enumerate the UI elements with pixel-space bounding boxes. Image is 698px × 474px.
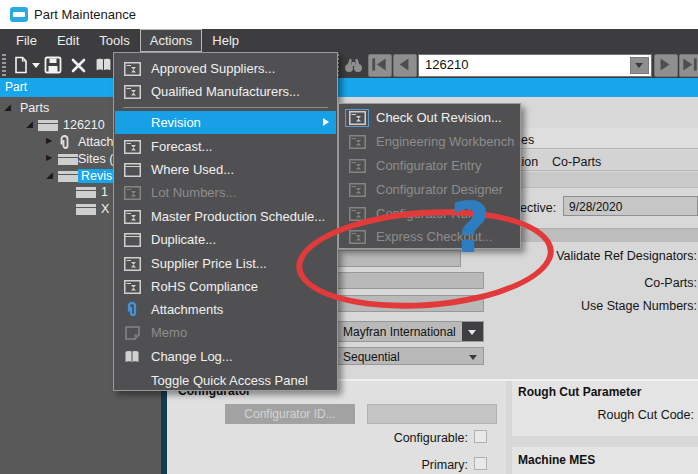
first-record-button[interactable] <box>368 54 392 77</box>
configurator-id-button[interactable]: Configurator ID... <box>225 404 355 424</box>
rough-cut-section: Rough Cut Parameter Rough Cut Code: <box>512 381 698 436</box>
part-panel-title: Part <box>5 80 27 94</box>
machine-mes-section: Machine MES <box>512 447 698 474</box>
last-record-button[interactable] <box>679 54 698 77</box>
menu-item-label: Approved Suppliers... <box>151 61 275 76</box>
effective-date-field[interactable]: 9/28/2020 <box>563 196 698 216</box>
record-dropdown-button[interactable] <box>630 57 649 74</box>
effective-label-fragment: ective: <box>520 201 556 215</box>
menu-item-label: Qualified Manufacturers... <box>151 84 300 99</box>
memo-icon <box>122 326 142 340</box>
toolbar: 126210 <box>0 52 698 78</box>
menu-item-label: Where Used... <box>151 162 234 177</box>
tree-label: Sites ( <box>78 152 113 166</box>
new-document-icon[interactable] <box>12 56 30 74</box>
paperclip-icon <box>57 135 72 150</box>
submenu-item-configurator-designer[interactable]: Configurator Designer <box>340 178 519 201</box>
menu-item-label: Supplier Price List... <box>151 256 267 271</box>
menu-item-duplicate[interactable]: Duplicate... <box>115 228 336 251</box>
form-hourglass-icon <box>122 186 142 200</box>
menu-item-label: Lot Numbers... <box>151 185 236 200</box>
expanded-triangle-icon[interactable]: ◢ <box>4 102 11 112</box>
tab-fragment-top[interactable]: es <box>521 133 534 147</box>
machine-mes-title: Machine MES <box>518 453 595 467</box>
menu-bar: File Edit Tools Actions Help <box>0 29 698 52</box>
plant-combobox-value: Mayfran International <box>343 325 456 339</box>
menu-item-memo[interactable]: Memo <box>115 321 336 344</box>
folder-icon <box>76 187 96 198</box>
configurable-checkbox[interactable] <box>474 430 487 443</box>
first-record-icon <box>369 55 389 74</box>
save-icon[interactable] <box>44 56 62 74</box>
menu-item-master-production-schedule[interactable]: Master Production Schedule... <box>115 205 336 228</box>
form-hourglass-icon <box>122 280 142 294</box>
menu-file[interactable]: File <box>6 29 47 52</box>
menu-item-label: Configurator Entry <box>376 158 482 173</box>
tree-label: Attach <box>78 135 113 149</box>
next-record-button[interactable] <box>654 54 678 77</box>
plant-dropdown-button[interactable] <box>462 322 483 341</box>
menu-item-label: Check Out Revision... <box>376 110 502 125</box>
method-dropdown-icon[interactable] <box>469 355 477 360</box>
menu-item-change-log[interactable]: Change Log... <box>115 345 336 368</box>
toolbar-grip[interactable] <box>2 54 6 76</box>
search-binoculars-icon[interactable] <box>344 56 363 74</box>
menu-actions[interactable]: Actions <box>140 29 203 52</box>
expanded-triangle-icon[interactable]: ◢ <box>26 119 33 129</box>
folder-icon <box>76 204 96 215</box>
form-hourglass-icon <box>122 140 142 154</box>
window-icon <box>122 233 142 247</box>
tab-fragment[interactable]: tion <box>518 155 538 169</box>
menu-edit[interactable]: Edit <box>47 29 89 52</box>
next-record-icon <box>655 55 675 74</box>
menu-help[interactable]: Help <box>202 29 249 52</box>
tree-label: 126210 <box>63 118 105 132</box>
menu-tools[interactable]: Tools <box>89 29 139 52</box>
collapsed-triangle-icon[interactable]: ▶ <box>46 136 52 145</box>
menu-item-label: Change Log... <box>151 349 233 364</box>
rough-cut-title: Rough Cut Parameter <box>518 385 641 399</box>
menu-item-label: Revision <box>151 115 201 130</box>
form-hourglass-icon <box>347 183 367 197</box>
window-icon <box>122 163 142 177</box>
menu-separator <box>123 107 328 108</box>
form-hourglass-icon <box>122 210 142 224</box>
delete-icon[interactable] <box>70 57 87 74</box>
record-combobox[interactable]: 126210 <box>418 54 652 77</box>
collapsed-triangle-icon[interactable]: ▶ <box>46 153 52 162</box>
primary-label: Primary: <box>368 458 468 472</box>
menu-item-where-used[interactable]: Where Used... <box>115 158 336 181</box>
expanded-triangle-icon[interactable]: ◢ <box>46 170 53 180</box>
actions-menu-popup: Approved Suppliers... Qualified Manufact… <box>113 52 338 391</box>
form-hourglass-icon <box>347 135 367 149</box>
menu-item-label: Duplicate... <box>151 232 216 247</box>
configurator-id-field[interactable] <box>367 404 497 424</box>
configurable-label: Configurable: <box>368 431 468 445</box>
tab-co-parts[interactable]: Co-Parts <box>552 155 601 169</box>
app-logo-icon <box>10 7 28 22</box>
previous-record-icon <box>394 55 414 74</box>
menu-item-toggle-quick-access-panel[interactable]: Toggle Quick Access Panel <box>115 369 336 392</box>
menu-item-attachments[interactable]: Attachments <box>115 298 336 321</box>
method-combobox[interactable]: Sequential <box>337 347 484 365</box>
form-hourglass-icon <box>122 62 142 76</box>
menu-item-forecast[interactable]: Forecast... <box>115 135 336 158</box>
part-maintenance-window: Part Maintenance File Edit Tools Actions… <box>0 0 698 474</box>
menu-item-approved-suppliers[interactable]: Approved Suppliers... <box>115 57 336 80</box>
primary-checkbox[interactable] <box>474 457 487 470</box>
menu-item-revision[interactable]: Revision <box>115 111 336 134</box>
menu-item-lot-numbers[interactable]: Lot Numbers... <box>115 181 336 204</box>
plant-combobox[interactable]: Mayfran International <box>337 321 484 342</box>
menu-item-label: Memo <box>151 325 187 340</box>
new-document-dropdown-icon[interactable] <box>32 63 40 68</box>
menu-item-qualified-manufacturers[interactable]: Qualified Manufacturers... <box>115 80 336 103</box>
question-mark-annotation: ? <box>450 193 491 263</box>
submenu-item-configurator-entry[interactable]: Configurator Entry <box>340 154 519 177</box>
submenu-item-check-out-revision[interactable]: Check Out Revision... <box>340 106 519 129</box>
book-icon[interactable] <box>95 57 112 73</box>
book-icon <box>122 350 142 364</box>
paperclip-icon <box>122 302 142 317</box>
submenu-item-engineering-workbench[interactable]: Engineering Workbench <box>340 130 519 153</box>
last-record-icon <box>680 55 698 74</box>
previous-record-button[interactable] <box>393 54 417 77</box>
